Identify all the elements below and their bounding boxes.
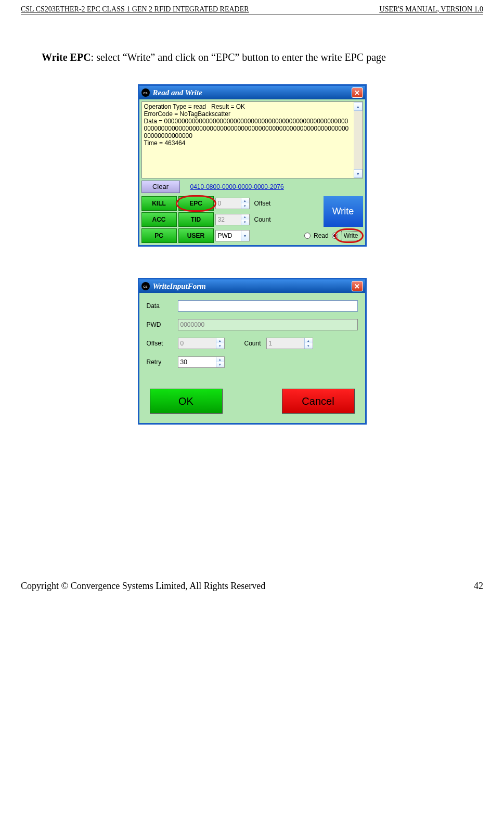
data-input[interactable]: [178, 300, 358, 312]
write-button[interactable]: Write: [324, 196, 363, 227]
epc-link[interactable]: 0410-0800-0000-0000-0000-2076: [190, 183, 284, 190]
read-write-window: cs Read and Write ✕ Operation Type = rea…: [138, 84, 367, 247]
offset-label: Offset: [147, 340, 173, 347]
count-label: Count: [251, 212, 322, 227]
write-radio[interactable]: [332, 233, 338, 239]
read-radio-label: Read: [314, 232, 329, 239]
spin-up-icon[interactable]: ▴: [241, 214, 249, 220]
spin-down-icon[interactable]: ▾: [241, 220, 249, 225]
app-icon: cs: [141, 282, 150, 290]
offset-label: Offset: [251, 196, 322, 211]
count-label: Count: [244, 340, 261, 347]
scroll-up-icon[interactable]: ▴: [354, 102, 363, 111]
footer-copyright: Copyright © Convergence Systems Limited,…: [21, 581, 265, 592]
retry-input[interactable]: ▴▾: [178, 356, 225, 368]
spin-down-icon[interactable]: ▾: [216, 362, 224, 367]
write-input-window: cs WriteInputForm ✕ Data PWD Offset ▴▾ C…: [138, 278, 367, 425]
kill-button[interactable]: KILL: [141, 196, 177, 211]
pwd-input: [178, 319, 358, 330]
spin-down-icon[interactable]: ▾: [241, 203, 249, 209]
spin-up-icon[interactable]: ▴: [241, 198, 249, 203]
scroll-down-icon[interactable]: ▾: [354, 169, 363, 178]
spin-up-icon[interactable]: ▴: [304, 338, 313, 343]
instruction-text: Write EPC: select “Write” and click on “…: [42, 52, 483, 63]
count-input[interactable]: ▴▾: [215, 214, 250, 225]
scrollbar[interactable]: ▴ ▾: [354, 102, 363, 178]
page-number: 42: [474, 581, 483, 592]
window-title: WriteInputForm: [153, 282, 206, 291]
pc-button[interactable]: PC: [141, 228, 177, 243]
app-icon: cs: [141, 88, 150, 97]
spin-up-icon[interactable]: ▴: [216, 357, 224, 362]
pwd-label: PWD: [147, 321, 173, 328]
ok-button[interactable]: OK: [150, 389, 223, 414]
spin-down-icon[interactable]: ▾: [216, 343, 224, 349]
data-label: Data: [147, 302, 173, 310]
write-radio-label: Write: [341, 231, 361, 240]
read-radio[interactable]: [304, 233, 311, 239]
spin-down-icon[interactable]: ▾: [304, 343, 313, 349]
retry-label: Retry: [147, 358, 173, 366]
close-icon[interactable]: ✕: [352, 87, 363, 98]
clear-button[interactable]: Clear: [141, 181, 180, 193]
count-input: ▴▾: [266, 338, 313, 349]
tid-button[interactable]: TID: [178, 212, 214, 227]
titlebar[interactable]: cs Read and Write ✕: [139, 86, 365, 99]
log-textarea[interactable]: Operation Type = read Result = OK ErrorC…: [141, 101, 363, 178]
epc-button[interactable]: EPC: [178, 196, 214, 211]
titlebar[interactable]: cs WriteInputForm ✕: [139, 279, 365, 293]
acc-button[interactable]: ACC: [141, 212, 177, 227]
offset-input: ▴▾: [178, 338, 225, 349]
close-icon[interactable]: ✕: [352, 281, 363, 291]
offset-input[interactable]: ▴▾: [215, 198, 250, 209]
log-content: Operation Type = read Result = OK ErrorC…: [144, 103, 360, 147]
header-right: USER'S MANUAL, VERSION 1.0: [380, 5, 483, 14]
spin-up-icon[interactable]: ▴: [216, 338, 224, 343]
cancel-button[interactable]: Cancel: [282, 389, 355, 414]
user-button[interactable]: USER: [178, 228, 214, 243]
chevron-down-icon[interactable]: ▾: [241, 230, 249, 241]
pwd-select[interactable]: PWD▾: [215, 230, 250, 241]
window-title: Read and Write: [153, 88, 202, 97]
header-left: CSL CS203ETHER-2 EPC CLASS 1 GEN 2 RFID …: [21, 5, 249, 14]
